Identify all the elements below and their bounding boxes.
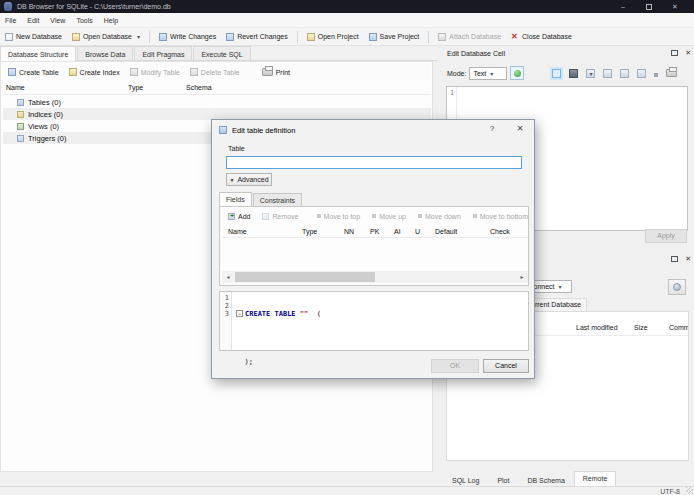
edit-table-definition-dialog: Edit table definition ? ✕ Table Advanced… (211, 119, 535, 379)
encoding-indicator[interactable]: UTF-8 (660, 488, 680, 495)
col-check[interactable]: Check (490, 228, 510, 235)
set-null-icon[interactable] (620, 69, 629, 78)
import-icon[interactable] (586, 69, 595, 78)
column-size[interactable]: Size (634, 324, 648, 331)
edit-cell-panel-title: Edit Database Cell (447, 50, 505, 57)
close-panel-icon[interactable] (685, 255, 691, 262)
close-database-icon (511, 33, 519, 41)
tab-db-schema[interactable]: DB Schema (518, 473, 573, 486)
tab-browse-data[interactable]: Browse Data (77, 46, 133, 60)
save-project-button[interactable]: Save Project (364, 29, 425, 45)
col-name[interactable]: Name (228, 228, 247, 235)
main-toolbar: New Database Open Database Write Changes… (0, 28, 694, 46)
auto-apply-button[interactable] (510, 66, 524, 80)
col-type[interactable]: Type (302, 228, 317, 235)
fields-grid-header: Name Type NN PK AI U Default Check (222, 225, 528, 238)
tab-plot[interactable]: Plot (488, 473, 518, 486)
remove-field-button: Remove (256, 213, 304, 220)
dialog-title: Edit table definition (232, 126, 295, 135)
menu-edit[interactable]: Edit (27, 17, 39, 24)
export-icon[interactable] (603, 69, 612, 78)
sql-line-numbers: 1 2 3 (220, 292, 232, 350)
add-field-button[interactable]: Add (222, 213, 256, 220)
menu-help[interactable]: Help (104, 17, 118, 24)
dialog-help-button[interactable]: ? (486, 124, 498, 136)
open-project-icon (307, 33, 315, 41)
tree-item-tables[interactable]: Tables (0) (3, 96, 431, 108)
create-table-button[interactable]: Create Table (3, 64, 64, 80)
col-pk[interactable]: PK (370, 228, 379, 235)
open-project-button[interactable]: Open Project (302, 29, 364, 45)
maximize-button[interactable] (638, 0, 660, 13)
tab-edit-pragmas[interactable]: Edit Pragmas (134, 46, 192, 60)
sql-code: −CREATE TABLE "" ( ); (236, 294, 321, 382)
move-down-button: Move down (412, 213, 467, 220)
dialog-close-button[interactable]: ✕ (514, 124, 526, 136)
create-index-button[interactable]: Create Index (64, 64, 125, 80)
column-name[interactable]: Name (6, 84, 25, 91)
float-panel-icon[interactable] (671, 50, 678, 56)
col-u[interactable]: U (415, 228, 420, 235)
table-name-label: Table (228, 145, 245, 152)
tab-remote[interactable]: Remote (574, 471, 617, 486)
fullscreen-icon[interactable] (637, 69, 646, 78)
scroll-right-icon[interactable] (516, 271, 528, 283)
col-default[interactable]: Default (435, 228, 457, 235)
delete-table-icon (190, 68, 198, 76)
scroll-left-icon[interactable] (222, 271, 234, 283)
tab-execute-sql[interactable]: Execute SQL (193, 46, 250, 60)
revert-changes-button[interactable]: Revert Changes (221, 29, 293, 45)
text-mode-icon[interactable] (552, 69, 561, 78)
minimize-button[interactable]: – (612, 0, 634, 13)
new-database-button[interactable]: New Database (0, 29, 67, 45)
column-type[interactable]: Type (128, 84, 143, 91)
table-name-input[interactable] (226, 156, 522, 169)
binary-mode-icon[interactable] (569, 69, 578, 78)
fields-horizontal-scrollbar[interactable] (222, 271, 528, 283)
write-changes-button[interactable]: Write Changes (154, 29, 221, 45)
word-wrap-icon[interactable] (654, 73, 658, 77)
cell-print-icon[interactable] (666, 69, 677, 77)
main-tab-bar: Database Structure Browse Data Edit Prag… (0, 46, 437, 61)
close-button[interactable]: ✕ (664, 0, 686, 13)
mode-select[interactable]: Text (469, 67, 507, 80)
tab-sql-log[interactable]: SQL Log (443, 473, 488, 486)
column-last-modified[interactable]: Last modified (576, 324, 618, 331)
remove-icon (262, 213, 269, 220)
code-fold-icon[interactable]: − (236, 310, 243, 317)
tab-constraints[interactable]: Constraints (253, 193, 302, 206)
scrollbar-thumb[interactable] (235, 272, 375, 282)
move-to-bottom-button: Move to bottom (467, 213, 534, 220)
col-nn[interactable]: NN (344, 228, 354, 235)
edit-cell-panel-header: Edit Database Cell (443, 46, 694, 61)
move-to-bottom-icon (473, 214, 477, 218)
close-database-button[interactable]: Close Database (506, 29, 577, 45)
move-up-button: Move up (366, 213, 412, 220)
close-panel-icon[interactable] (685, 49, 691, 56)
tab-fields[interactable]: Fields (219, 192, 252, 207)
menu-view[interactable]: View (50, 17, 65, 24)
table-icon (219, 126, 227, 134)
column-commit[interactable]: Comm (669, 324, 689, 331)
write-changes-icon (159, 33, 167, 41)
revert-changes-icon (226, 33, 234, 41)
menu-file[interactable]: File (5, 17, 16, 24)
float-panel-icon[interactable] (671, 256, 678, 262)
tree-column-header[interactable]: Name Type Schema (3, 81, 431, 95)
status-bar: UTF-8 (0, 486, 694, 495)
column-schema[interactable]: Schema (186, 84, 212, 91)
tab-database-structure[interactable]: Database Structure (0, 46, 76, 61)
advanced-button[interactable]: Advanced (226, 173, 272, 186)
print-button[interactable]: Print (257, 64, 295, 80)
resize-grip[interactable] (686, 487, 693, 494)
cancel-button[interactable]: Cancel (483, 359, 529, 373)
remote-connect-button[interactable] (668, 279, 686, 295)
open-database-button[interactable]: Open Database (67, 29, 145, 45)
app-icon (4, 2, 12, 11)
print-icon (262, 68, 273, 76)
col-ai[interactable]: AI (394, 228, 401, 235)
auto-apply-icon (514, 70, 521, 77)
open-database-icon (72, 33, 80, 41)
apply-button: Apply (645, 229, 687, 243)
menu-tools[interactable]: Tools (76, 17, 92, 24)
